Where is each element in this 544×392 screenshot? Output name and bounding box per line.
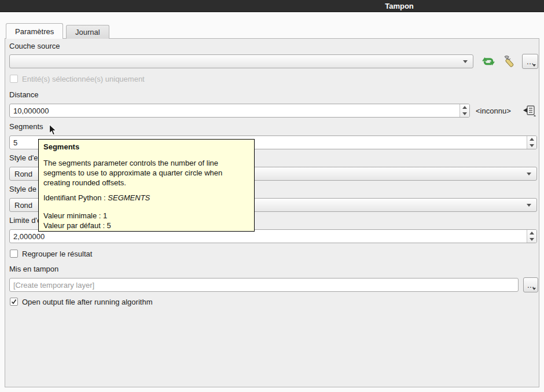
tooltip-python-id: Identifiant Python : SEGMENTS: [43, 193, 249, 203]
tooltip-title: Segments: [43, 142, 249, 152]
data-defined-override-button[interactable]: [521, 104, 538, 118]
iterate-over-layer-button[interactable]: [480, 54, 497, 69]
end-cap-style-value: Rond: [14, 170, 32, 178]
chevron-down-icon: [463, 60, 468, 63]
selected-only-checkbox: [10, 75, 18, 83]
wrench-icon: [502, 54, 516, 68]
chevron-down-icon: [527, 204, 531, 207]
open-output-checkbox[interactable]: [10, 298, 18, 306]
segments-tooltip: Segments The segments parameter controls…: [38, 139, 255, 232]
segments-spin-buttons: [527, 136, 536, 149]
source-layer-combobox[interactable]: [9, 54, 473, 68]
segments-label: Segments: [9, 122, 43, 131]
spin-down-button[interactable]: [527, 142, 536, 149]
distance-unit-label: <inconnu>: [476, 107, 511, 115]
mouse-cursor-icon: [49, 124, 58, 138]
selected-only-label: Entité(s) sélectionnée(s) uniquement: [22, 75, 145, 83]
tooltip-python-id-label: Identifiant Python :: [43, 193, 108, 202]
miter-limit-input[interactable]: [10, 230, 536, 243]
output-label: Mis en tampon: [9, 265, 58, 273]
tooltip-min-value: Valeur minimale : 1: [43, 211, 249, 221]
tooltip-default-value: Valeur par défaut : 5: [43, 221, 249, 230]
tab-journal[interactable]: Journal: [66, 25, 109, 39]
join-style-value: Rond: [14, 201, 32, 210]
buffer-dialog: Tampon Paramètres Journal Couche source …: [0, 0, 544, 392]
source-browse-button[interactable]: …: [522, 54, 538, 69]
titlebar: Tampon: [0, 0, 544, 12]
dissolve-label[interactable]: Regrouper le résultat: [22, 250, 92, 258]
output-browse-button[interactable]: …: [523, 277, 538, 292]
distance-input[interactable]: [10, 104, 469, 117]
tooltip-python-id-value: SEGMENTS: [108, 193, 150, 202]
spin-down-button[interactable]: [527, 236, 536, 243]
distance-spinbox[interactable]: [9, 104, 470, 118]
chevron-down-icon: [527, 173, 531, 175]
tab-parametres[interactable]: Paramètres: [6, 23, 63, 39]
data-defined-override-icon: [522, 105, 537, 118]
spin-up-button[interactable]: [460, 104, 469, 111]
distance-spin-buttons: [460, 104, 469, 117]
source-layer-label: Couche source: [9, 42, 60, 50]
window-title: Tampon: [385, 2, 414, 10]
tab-parametres-label: Paramètres: [15, 27, 54, 36]
output-input[interactable]: [10, 279, 518, 291]
miter-limit-spin-buttons: [527, 230, 536, 243]
open-output-label[interactable]: Open output file after running algorithm: [22, 298, 152, 306]
tooltip-description: The segments parameter controls the numb…: [43, 158, 249, 188]
output-field[interactable]: [9, 278, 519, 292]
advanced-options-button[interactable]: [501, 54, 517, 69]
checkmark-icon: [11, 299, 17, 305]
spin-up-button[interactable]: [527, 136, 536, 142]
spin-up-button[interactable]: [527, 230, 536, 236]
distance-label: Distance: [9, 90, 39, 99]
chevron-down-icon: [532, 288, 536, 290]
iterate-icon: [481, 54, 495, 68]
tab-journal-label: Journal: [75, 28, 100, 36]
dissolve-checkbox[interactable]: [10, 250, 18, 258]
spin-down-button[interactable]: [460, 111, 469, 117]
chevron-down-icon: [532, 64, 536, 67]
